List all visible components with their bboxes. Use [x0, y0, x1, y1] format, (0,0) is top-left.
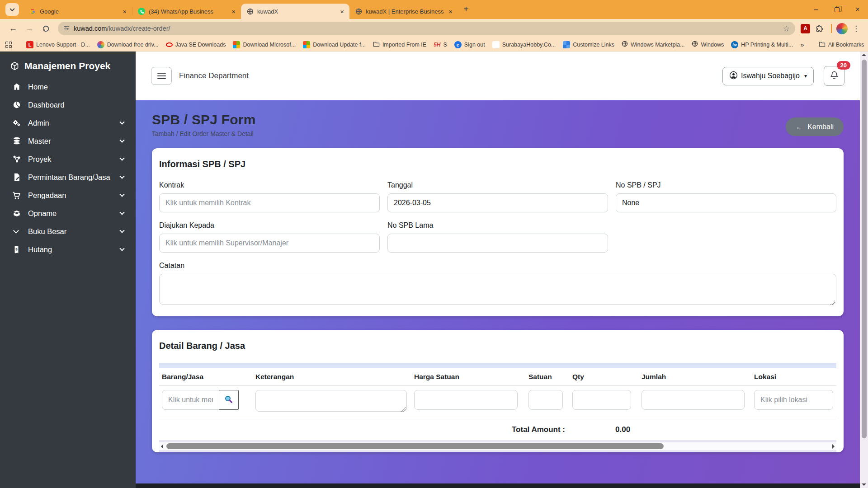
sidebar-item-hutang[interactable]: $ Hutang: [9, 240, 127, 258]
tab-whatsapp[interactable]: (34) WhatsApp Business ×: [132, 4, 241, 19]
profile-avatar[interactable]: [836, 23, 848, 34]
sidebar-item-opname[interactable]: Opname: [9, 204, 127, 222]
scroll-left-arrow-icon[interactable]: [161, 444, 163, 449]
scroll-up-arrow-icon[interactable]: [862, 54, 866, 56]
globe-favicon: [246, 8, 254, 15]
apps-grid-icon[interactable]: [5, 42, 12, 48]
bookmark-customize-links[interactable]: Customize Links: [563, 41, 614, 48]
back-kembali-button[interactable]: ← Kembali: [786, 117, 844, 136]
bookmark-download-driver[interactable]: Download free driv...: [97, 41, 159, 48]
close-tab-icon[interactable]: ×: [231, 8, 236, 15]
jumlah-input[interactable]: [642, 390, 745, 410]
tab-google[interactable]: G Google ×: [24, 4, 132, 19]
close-tab-icon[interactable]: ×: [448, 8, 453, 15]
resize-grip-icon[interactable]: [401, 407, 406, 412]
magnifier-icon: [224, 395, 233, 405]
all-bookmarks[interactable]: All Bookmarks: [819, 41, 864, 48]
qty-input[interactable]: [572, 390, 631, 410]
globe-favicon: [355, 8, 362, 15]
sidebar-item-dashboard[interactable]: Dashboard: [9, 96, 127, 114]
hamburger-menu-button[interactable]: [151, 67, 172, 85]
tanggal-field: Tanggal: [387, 181, 608, 212]
url-text[interactable]: kuwad.com/kuwadx/create-order/: [74, 25, 779, 32]
user-name: Iswahju Soebagijo: [741, 72, 800, 80]
diajukan-label: Diajukan Kepada: [159, 221, 380, 230]
chevron-down-icon: [119, 174, 124, 178]
tab-title: Google: [40, 8, 118, 15]
bookmark-surabaya[interactable]: SurabayaHobby.Co...: [492, 41, 556, 48]
sidebar-item-admin[interactable]: Admin: [9, 114, 127, 132]
browser-menu-icon[interactable]: ⋮: [850, 24, 862, 33]
user-menu-button[interactable]: Iswahju Soebagijo ▾: [722, 67, 814, 85]
no-spb-lama-input[interactable]: [387, 234, 608, 253]
tanggal-input[interactable]: [387, 193, 608, 212]
tab-title: (34) WhatsApp Business: [149, 8, 227, 15]
more-bookmarks-chevron[interactable]: »: [800, 41, 804, 48]
bookmark-hp[interactable]: hpHP Printing & Multi...: [731, 41, 793, 48]
bookmark-lenovo[interactable]: LLenovo Support - D...: [26, 41, 90, 48]
address-bar[interactable]: kuwad.com/kuwadx/create-order/ ☆: [58, 22, 795, 35]
extensions-puzzle-icon[interactable]: [813, 22, 826, 35]
microsoft-favicon: [233, 41, 240, 48]
minimize-button[interactable]: –: [806, 0, 826, 19]
horizontal-scrollbar-thumb[interactable]: [166, 443, 664, 449]
horizontal-scrollbar[interactable]: [159, 442, 836, 450]
oracle-favicon: [166, 42, 173, 47]
tab-kuwadx-active[interactable]: kuwadX ×: [241, 4, 349, 19]
globe-icon: [692, 41, 698, 48]
sidebar-item-proyek[interactable]: Proyek: [9, 150, 127, 168]
windows-favicon: [563, 41, 570, 48]
kontrak-input[interactable]: [159, 193, 380, 212]
bookmark-sh[interactable]: 5HS: [434, 42, 447, 48]
no-spb-input[interactable]: [616, 193, 836, 212]
sidebar-item-home[interactable]: Home: [9, 78, 127, 96]
forward-button[interactable]: →: [23, 22, 36, 35]
toolbar-separator: [831, 24, 832, 33]
vertical-scrollbar-thumb[interactable]: [862, 60, 867, 438]
google-favicon: G: [29, 8, 36, 15]
keterangan-textarea[interactable]: [255, 390, 407, 412]
col-qty: Qty: [570, 368, 639, 385]
vertical-scrollbar[interactable]: [860, 52, 868, 488]
share-nodes-icon: [12, 155, 21, 164]
sidebar-item-buku-besar[interactable]: Buku Besar: [9, 222, 127, 240]
catatan-textarea[interactable]: [159, 274, 836, 305]
new-tab-button[interactable]: +: [463, 4, 469, 14]
back-button[interactable]: ←: [6, 22, 20, 35]
diajukan-input[interactable]: [159, 234, 380, 253]
database-icon: [12, 136, 21, 145]
harga-satuan-input[interactable]: [414, 390, 518, 410]
dashboard-pie-icon: [12, 100, 21, 109]
sidebar-item-master[interactable]: Master: [9, 132, 127, 150]
site-settings-icon[interactable]: [63, 24, 70, 33]
bookmark-update[interactable]: Download Update f...: [303, 41, 366, 48]
page-content: SPB / SPJ Form Tambah / Edit Order Maste…: [136, 100, 860, 483]
barang-input[interactable]: [162, 390, 219, 410]
sidebar-item-pengadaan[interactable]: Pengadaan: [9, 186, 127, 204]
bookmark-windows[interactable]: Windows: [692, 41, 724, 48]
tab-search-button[interactable]: [5, 3, 19, 16]
barang-search-button[interactable]: [219, 390, 239, 410]
close-tab-icon[interactable]: ×: [122, 8, 127, 15]
bookmark-microsoft[interactable]: Download Microsof...: [233, 41, 296, 48]
invoice-icon: $: [12, 245, 21, 254]
adobe-extension-icon[interactable]: A: [801, 24, 810, 33]
bookmark-imported-ie[interactable]: Imported From IE: [373, 41, 426, 48]
reload-button[interactable]: [39, 22, 52, 35]
bookmark-star-icon[interactable]: ☆: [783, 24, 790, 33]
close-tab-icon[interactable]: ×: [339, 8, 345, 15]
lokasi-input[interactable]: [754, 390, 833, 410]
close-window-button[interactable]: ×: [847, 0, 868, 19]
sidebar-item-permintaan[interactable]: Permintaan Barang/Jasa: [9, 168, 127, 186]
restore-button[interactable]: [826, 0, 847, 19]
tab-kuwadx-erp[interactable]: kuwadX | Enterprise Business Pl ×: [349, 4, 458, 19]
edge-favicon: e: [454, 41, 462, 48]
bookmark-java[interactable]: Java SE Downloads: [166, 42, 226, 48]
satuan-input[interactable]: [528, 390, 563, 410]
bookmark-windows-marketplace[interactable]: Windows Marketpla...: [622, 41, 684, 48]
scroll-right-arrow-icon[interactable]: [832, 444, 835, 449]
resize-grip-icon[interactable]: [830, 300, 835, 305]
left-arrow-icon: ←: [796, 123, 803, 131]
scroll-down-arrow-icon[interactable]: [862, 483, 866, 486]
bookmark-sign-out[interactable]: eSign out: [454, 41, 485, 48]
